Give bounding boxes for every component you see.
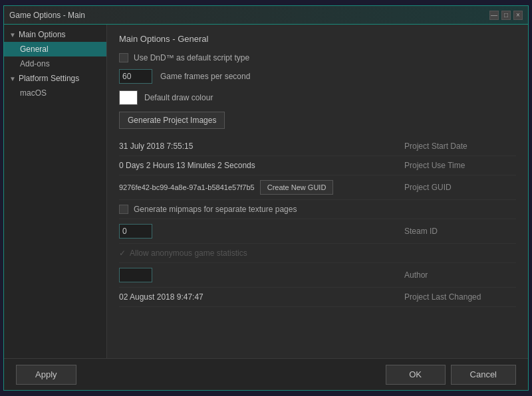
generate-images-button[interactable]: Generate Project Images — [119, 112, 225, 129]
project-start-date-label: Project Start Date — [396, 137, 516, 156]
project-last-changed-label: Project Last Changed — [396, 288, 516, 307]
steam-id-label: Steam ID — [396, 219, 516, 244]
dnd-label-text: Use DnD™ as default script type — [134, 53, 249, 62]
platform-arrow-icon: ▼ — [9, 75, 16, 82]
minimize-button[interactable]: — — [489, 11, 499, 20]
sidebar-item-macos[interactable]: macOS — [4, 86, 106, 100]
maximize-button[interactable]: □ — [501, 11, 511, 20]
sidebar-item-general[interactable]: General — [4, 42, 106, 56]
project-guid-value: 9276fe42-bc99-4a8e-97a1-b5841e57f7b5 Cre… — [119, 175, 396, 200]
game-options-window: Game Options - Main — □ × ▼ Main Options… — [3, 5, 529, 391]
mipmaps-row: Generate mipmaps for separate texture pa… — [119, 200, 396, 219]
fps-input[interactable] — [119, 69, 152, 84]
arrow-icon: ▼ — [9, 31, 16, 39]
main-content: ▼ Main Options General Add-ons ▼ Platfor… — [4, 25, 528, 358]
apply-button[interactable]: Apply — [16, 365, 76, 385]
author-input[interactable] — [119, 268, 152, 282]
mipmaps-label-empty — [396, 200, 516, 219]
titlebar: Game Options - Main — □ × — [4, 6, 528, 25]
sidebar-group-platform[interactable]: ▼ Platform Settings — [4, 71, 106, 86]
project-use-time-value: 0 Days 2 Hours 13 Minutes 2 Seconds — [119, 156, 396, 175]
bottom-left: Apply — [16, 365, 76, 385]
create-guid-button[interactable]: Create New GUID — [260, 180, 334, 195]
cancel-button[interactable]: Cancel — [451, 365, 516, 385]
sidebar-item-general-label: General — [20, 45, 49, 54]
draw-colour-row: Default draw colour — [119, 90, 516, 105]
sidebar: ▼ Main Options General Add-ons ▼ Platfor… — [4, 25, 107, 358]
dnd-checkbox-label[interactable]: Use DnD™ as default script type — [119, 53, 249, 62]
author-value — [119, 263, 396, 288]
sidebar-item-addons[interactable]: Add-ons — [4, 56, 106, 71]
colour-swatch[interactable] — [119, 90, 138, 105]
steam-id-value — [119, 219, 396, 244]
author-label: Author — [396, 263, 516, 288]
sidebar-group-main-label: Main Options — [19, 30, 66, 39]
mipmaps-label-text: Generate mipmaps for separate texture pa… — [134, 205, 297, 214]
steam-id-input[interactable] — [119, 224, 152, 239]
anonymous-stats-text: ✓ Allow anonymous game statistics — [119, 248, 247, 258]
close-button[interactable]: × — [513, 11, 523, 20]
mipmaps-checkbox[interactable] — [119, 205, 128, 214]
window-title: Game Options - Main — [9, 11, 85, 20]
sidebar-item-addons-label: Add-ons — [20, 59, 50, 68]
sidebar-item-macos-label: macOS — [20, 88, 47, 98]
content-area: Main Options - General Use DnD™ as defau… — [107, 25, 528, 358]
anonymous-stats-row: ✓ Allow anonymous game statistics — [119, 244, 396, 263]
info-grid: 31 July 2018 7:55:15 Project Start Date … — [119, 137, 516, 307]
sidebar-group-main-options[interactable]: ▼ Main Options — [4, 27, 106, 42]
project-start-date-value: 31 July 2018 7:55:15 — [119, 137, 396, 156]
dnd-option-row: Use DnD™ as default script type — [119, 53, 516, 62]
project-use-time-label: Project Use Time — [396, 156, 516, 175]
mipmaps-checkbox-label[interactable]: Generate mipmaps for separate texture pa… — [119, 205, 297, 214]
check-icon: ✓ — [119, 248, 126, 258]
fps-row: Game frames per second — [119, 69, 516, 84]
titlebar-buttons: — □ × — [489, 11, 523, 20]
fps-label: Game frames per second — [160, 72, 250, 81]
project-last-changed-value: 02 August 2018 9:47:47 — [119, 288, 396, 307]
sidebar-group-platform-label: Platform Settings — [19, 74, 79, 83]
bottom-right: OK Cancel — [386, 365, 516, 385]
bottom-bar: Apply OK Cancel — [4, 358, 528, 390]
ok-button[interactable]: OK — [386, 365, 446, 385]
content-title: Main Options - General — [119, 34, 516, 44]
project-guid-label: Project GUID — [396, 175, 516, 200]
anonymous-stats-label — [396, 244, 516, 263]
dnd-checkbox[interactable] — [119, 53, 128, 62]
draw-colour-label: Default draw colour — [144, 93, 213, 102]
guid-text: 9276fe42-bc99-4a8e-97a1-b5841e57f7b5 — [119, 183, 255, 191]
